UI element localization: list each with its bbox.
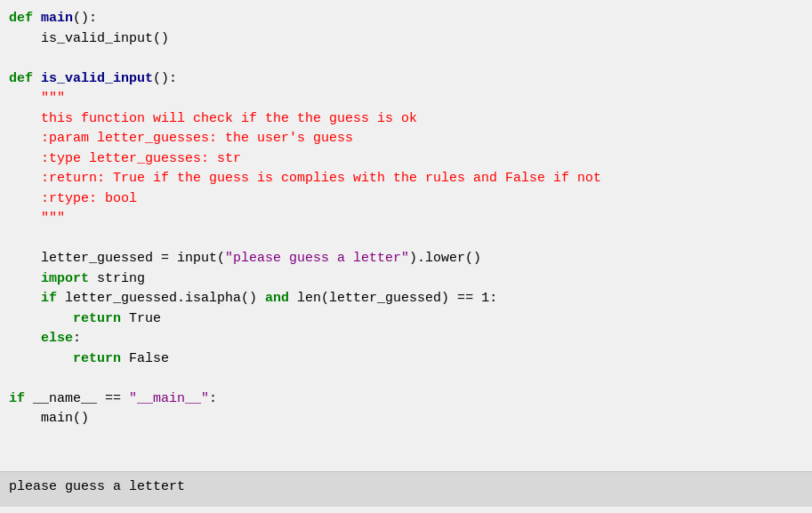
- code-segment: main: [41, 11, 73, 26]
- code-segment: """: [9, 91, 65, 106]
- code-line: this function will check if the the gues…: [9, 109, 803, 130]
- code-line: def main():: [9, 9, 803, 29]
- code-content: def main(): is_valid_input() def is_vali…: [9, 9, 803, 429]
- code-segment: def: [9, 71, 41, 86]
- output-text: please guess a lettert: [9, 479, 185, 494]
- code-segment: string: [89, 271, 145, 286]
- code-line: """: [9, 209, 803, 229]
- code-segment: if: [9, 391, 25, 406]
- code-segment: and: [265, 291, 289, 306]
- code-line: else:: [9, 329, 803, 349]
- code-segment: import: [41, 271, 89, 286]
- code-segment: :: [73, 331, 81, 346]
- code-segment: False: [121, 351, 169, 366]
- code-line: if letter_guessed.isalpha() and len(lett…: [9, 289, 803, 309]
- code-line: """: [9, 89, 803, 109]
- code-segment: else: [41, 331, 73, 346]
- code-line: :rtype: bool: [9, 189, 803, 210]
- code-line: def is_valid_input():: [9, 69, 803, 90]
- code-segment: """: [9, 211, 65, 226]
- code-segment: if: [41, 291, 57, 306]
- code-line: :type letter_guesses: str: [9, 149, 803, 170]
- code-segment: __name__ ==: [25, 391, 129, 406]
- code-line: if __name__ == "__main__":: [9, 389, 803, 410]
- code-line: [9, 49, 803, 69]
- code-line: [9, 229, 803, 250]
- code-line: :param letter_guesses: the user's guess: [9, 129, 803, 149]
- code-segment: ():: [73, 11, 97, 26]
- code-segment: len(letter_guessed) == 1:: [289, 291, 497, 306]
- code-segment: is_valid_input: [41, 71, 153, 86]
- code-segment: :type letter_guesses: str: [9, 151, 241, 166]
- output-panel: please guess a lettert: [0, 471, 812, 507]
- code-segment: def: [9, 11, 41, 26]
- code-segment: [9, 291, 41, 306]
- code-segment: :param letter_guesses: the user's guess: [9, 131, 353, 146]
- code-segment: return: [73, 311, 121, 326]
- code-segment: "please guess a letter": [225, 251, 409, 266]
- code-line: main(): [9, 409, 803, 429]
- code-segment: main(): [9, 411, 89, 426]
- code-line: return True: [9, 309, 803, 330]
- code-segment: is_valid_input(): [9, 31, 169, 46]
- code-segment: [9, 351, 73, 366]
- code-editor: def main(): is_valid_input() def is_vali…: [0, 0, 812, 471]
- code-segment: [9, 331, 41, 346]
- code-segment: :rtype: bool: [9, 191, 137, 206]
- code-segment: :return: True if the guess is complies w…: [9, 171, 601, 186]
- code-line: import string: [9, 269, 803, 290]
- code-segment: this function will check if the the gues…: [9, 111, 417, 126]
- code-segment: ).lower(): [409, 251, 481, 266]
- code-segment: :: [209, 391, 217, 406]
- code-segment: ():: [153, 71, 177, 86]
- code-line: is_valid_input(): [9, 29, 803, 50]
- code-segment: [9, 311, 73, 326]
- code-segment: letter_guessed = input(: [9, 251, 225, 266]
- code-segment: [9, 271, 41, 286]
- code-segment: return: [73, 351, 121, 366]
- code-segment: letter_guessed.isalpha(): [57, 291, 265, 306]
- code-segment: True: [121, 311, 161, 326]
- code-segment: "__main__": [129, 391, 209, 406]
- code-line: [9, 369, 803, 389]
- code-line: return False: [9, 349, 803, 370]
- code-line: :return: True if the guess is complies w…: [9, 169, 803, 189]
- code-line: letter_guessed = input("please guess a l…: [9, 249, 803, 269]
